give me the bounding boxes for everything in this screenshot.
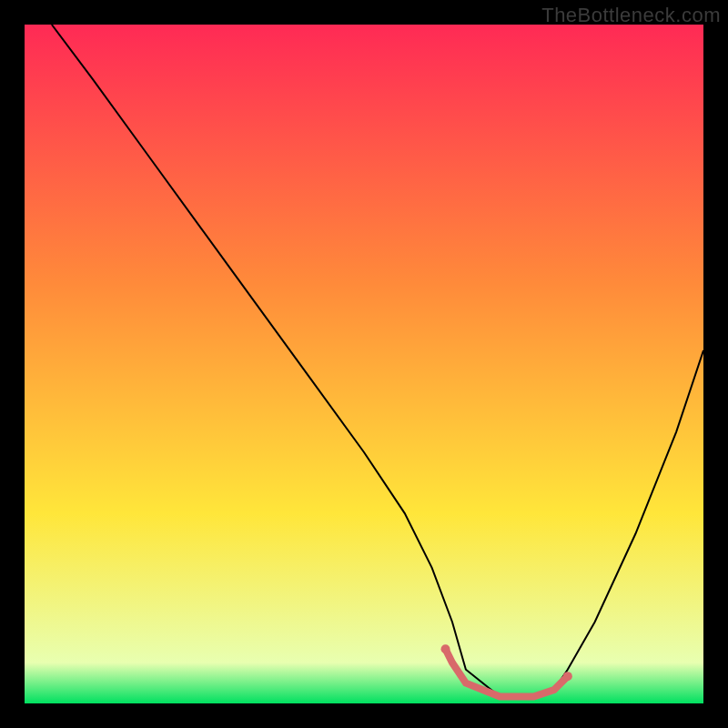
chart-frame: TheBottleneck.com [0, 0, 728, 728]
highlight-endpoint-dot [441, 644, 450, 653]
bottleneck-chart [0, 0, 728, 728]
watermark-text: TheBottleneck.com [541, 4, 721, 27]
highlight-endpoint-dot [563, 672, 572, 681]
